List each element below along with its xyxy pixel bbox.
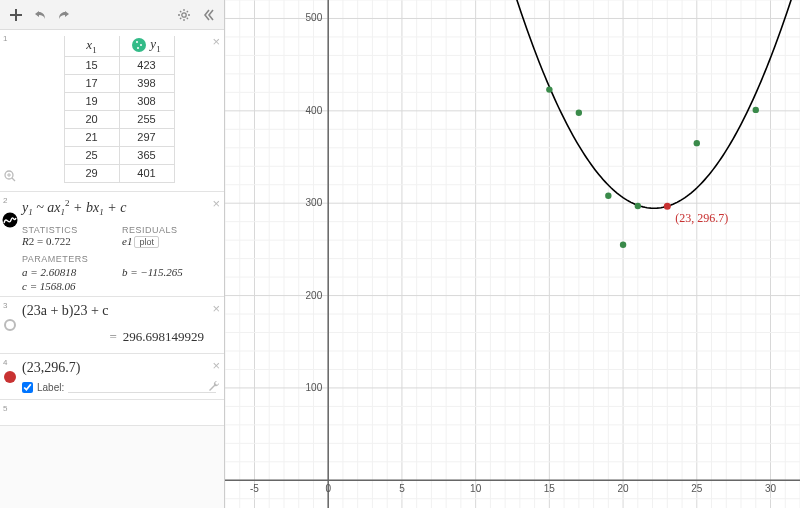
label-text: Label: bbox=[37, 382, 64, 393]
expression-empty[interactable]: 5 bbox=[0, 400, 224, 426]
data-point[interactable] bbox=[620, 242, 626, 248]
svg-text:10: 10 bbox=[470, 483, 482, 494]
svg-text:0: 0 bbox=[325, 483, 331, 494]
plot-residuals-button[interactable]: plot bbox=[134, 236, 159, 248]
regression-expression[interactable]: y1 ~ ax12 + bx1 + c bbox=[22, 196, 216, 223]
label-checkbox[interactable] bbox=[22, 382, 33, 393]
panel-toolbar bbox=[0, 0, 224, 30]
param-c: c = 1568.06 bbox=[22, 280, 216, 292]
curve-icon[interactable] bbox=[2, 212, 18, 228]
zoom-fit-icon[interactable] bbox=[3, 169, 17, 186]
table-row: 15423 bbox=[64, 56, 174, 74]
table-row: 25365 bbox=[64, 146, 174, 164]
svg-text:100: 100 bbox=[306, 382, 323, 393]
param-a: a = 2.60818 bbox=[22, 266, 102, 278]
table-row: 19308 bbox=[64, 92, 174, 110]
param-b: b = −115.265 bbox=[122, 266, 202, 278]
svg-text:15: 15 bbox=[544, 483, 556, 494]
svg-text:20: 20 bbox=[618, 483, 630, 494]
data-table[interactable]: x1 y1 15423 17398 19308 20255 21297 2536… bbox=[64, 36, 175, 183]
data-point[interactable] bbox=[546, 86, 552, 92]
eval-result: 296.698149929 bbox=[123, 329, 204, 344]
close-icon[interactable]: × bbox=[212, 196, 220, 211]
data-point[interactable] bbox=[576, 109, 582, 115]
expression-point[interactable]: 4 × (23,296.7) Label: bbox=[0, 354, 224, 400]
svg-text:-5: -5 bbox=[250, 483, 259, 494]
expression-list: 1 × x1 y1 15423 17398 19308 20255 21297 … bbox=[0, 30, 224, 508]
collapse-panel-button[interactable] bbox=[196, 3, 220, 27]
expression-regression[interactable]: 2 × y1 ~ ax12 + bx1 + c STATISTICS R2 = … bbox=[0, 192, 224, 297]
graph-canvas[interactable]: -5051015202530100200300400500 (23, 296.7… bbox=[225, 0, 800, 508]
stats-label: STATISTICS bbox=[22, 225, 102, 235]
data-point[interactable] bbox=[605, 193, 611, 199]
point-color-icon[interactable] bbox=[2, 369, 18, 385]
data-point[interactable] bbox=[635, 203, 641, 209]
close-icon[interactable]: × bbox=[212, 301, 220, 316]
svg-text:30: 30 bbox=[765, 483, 777, 494]
svg-text:500: 500 bbox=[306, 12, 323, 23]
table-row: 20255 bbox=[64, 110, 174, 128]
point-label: (23, 296.7) bbox=[675, 211, 728, 225]
svg-point-86 bbox=[664, 203, 671, 210]
svg-text:25: 25 bbox=[691, 483, 703, 494]
close-icon[interactable]: × bbox=[212, 34, 220, 49]
data-point[interactable] bbox=[753, 107, 759, 113]
data-point[interactable] bbox=[694, 140, 700, 146]
expression-eval[interactable]: 3 × (23a + b)23 + c =296.698149929 bbox=[0, 297, 224, 354]
series-color-icon[interactable] bbox=[132, 38, 146, 52]
svg-point-0 bbox=[182, 12, 186, 16]
empty-icon[interactable] bbox=[2, 317, 18, 333]
settings-button[interactable] bbox=[172, 3, 196, 27]
graph-area[interactable]: -5051015202530100200300400500 (23, 296.7… bbox=[225, 0, 800, 508]
redo-button[interactable] bbox=[52, 3, 76, 27]
label-input[interactable] bbox=[68, 383, 216, 393]
point-expression[interactable]: (23,296.7) bbox=[22, 358, 216, 382]
svg-text:200: 200 bbox=[306, 290, 323, 301]
eval-expression[interactable]: (23a + b)23 + c bbox=[22, 301, 216, 325]
expression-panel: 1 × x1 y1 15423 17398 19308 20255 21297 … bbox=[0, 0, 225, 508]
table-row: 17398 bbox=[64, 74, 174, 92]
svg-text:400: 400 bbox=[306, 105, 323, 116]
expression-table[interactable]: 1 × x1 y1 15423 17398 19308 20255 21297 … bbox=[0, 30, 224, 192]
add-expression-button[interactable] bbox=[4, 3, 28, 27]
undo-button[interactable] bbox=[28, 3, 52, 27]
svg-text:300: 300 bbox=[306, 197, 323, 208]
parameters-label: PARAMETERS bbox=[22, 254, 216, 264]
residuals-label: RESIDUALS bbox=[122, 225, 202, 235]
close-icon[interactable]: × bbox=[212, 358, 220, 373]
table-row: 29401 bbox=[64, 164, 174, 182]
svg-text:5: 5 bbox=[399, 483, 405, 494]
wrench-icon[interactable] bbox=[208, 380, 220, 395]
table-row: 21297 bbox=[64, 128, 174, 146]
